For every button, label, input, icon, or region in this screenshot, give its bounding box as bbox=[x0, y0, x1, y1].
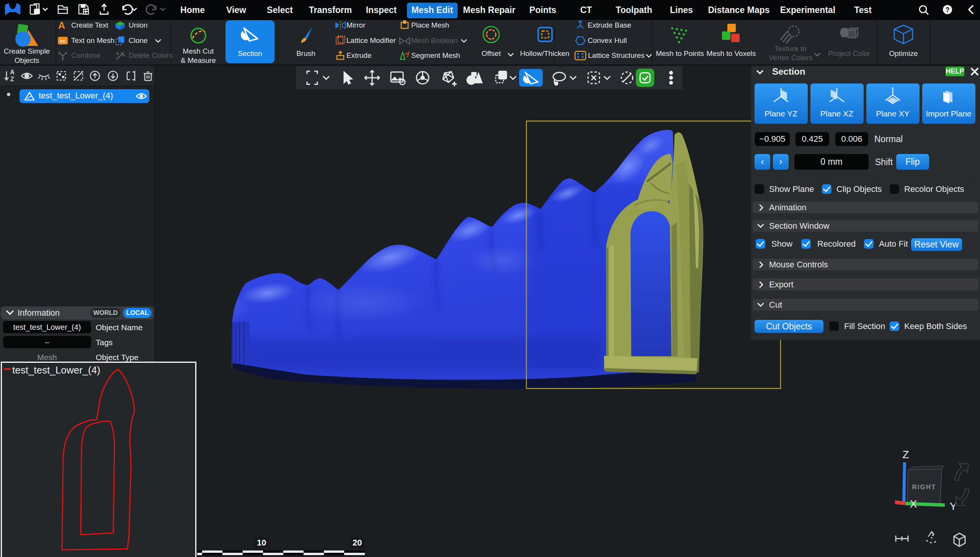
svg-text:X: X bbox=[910, 498, 917, 510]
svg-text:Z: Z bbox=[10, 76, 14, 82]
svg-text:test_test_Lower_(4): test_test_Lower_(4) bbox=[12, 364, 100, 376]
svg-text:cc: cc bbox=[60, 38, 65, 44]
svg-text:RIGHT: RIGHT bbox=[912, 483, 936, 491]
svg-text:A: A bbox=[10, 69, 15, 75]
svg-text:Z: Z bbox=[902, 449, 909, 460]
svg-text:?: ? bbox=[946, 6, 950, 14]
